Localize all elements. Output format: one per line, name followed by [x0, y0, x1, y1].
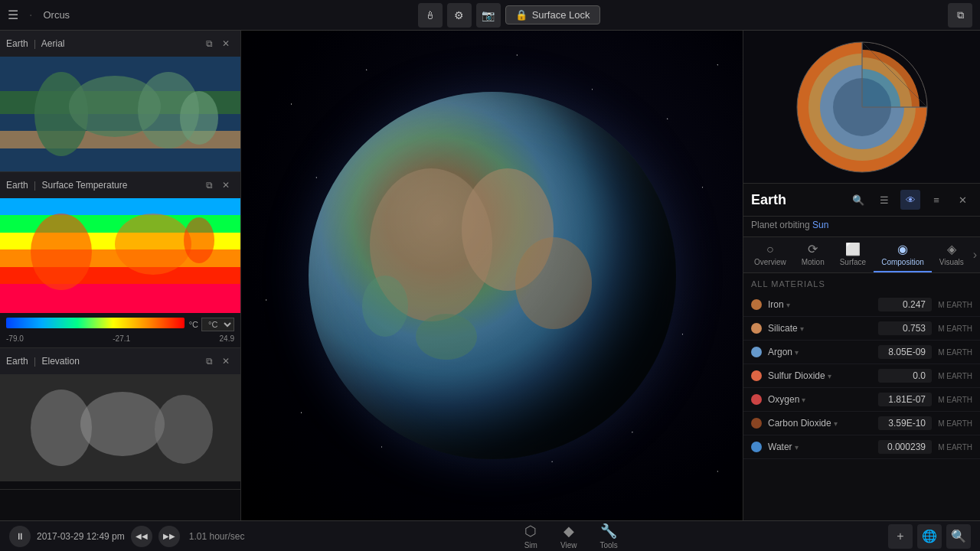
tab-visuals[interactable]: ◈ Visuals	[932, 237, 972, 272]
nav-tools[interactable]: 🔧 Tools	[599, 523, 617, 549]
material-dot	[751, 394, 762, 405]
rewind-button[interactable]: ◀◀	[131, 526, 152, 547]
aerial-map-image	[0, 57, 240, 171]
aerial-card-header: Earth | Aerial ⧉ ✕	[0, 31, 240, 57]
material-row: Sulfur Dioxide ▾ 0.0 M EARTH	[743, 364, 980, 388]
material-value: 0.000239	[878, 440, 932, 454]
planet-name: Earth	[751, 192, 842, 208]
temp-unit: °C °C°FK	[189, 318, 234, 331]
temp-map-image	[0, 198, 240, 313]
bookmark-btn[interactable]: ☰	[874, 190, 894, 210]
aerial-close-btn[interactable]: ✕	[217, 35, 234, 52]
material-chevron-icon[interactable]: ▾	[834, 419, 838, 428]
elevation-title: Earth | Elevation	[6, 356, 201, 367]
search-btn[interactable]: 🔍	[848, 190, 868, 210]
composition-icon: ◉	[897, 242, 908, 256]
torch-button[interactable]: 🕯	[418, 3, 443, 28]
bottom-nav: ⬡ Sim ◆ View 🔧 Tools	[253, 523, 888, 549]
material-name: Silicate ▾	[768, 323, 872, 334]
elevation-card: Earth | Elevation ⧉ ✕	[0, 348, 240, 490]
material-chevron-icon[interactable]: ▾	[828, 372, 831, 380]
menu-icon[interactable]: ☰	[8, 8, 18, 22]
tools-icon: 🔧	[600, 523, 617, 540]
temp-close-btn[interactable]: ✕	[217, 177, 234, 194]
orbit-info: Planet orbiting Sun	[743, 217, 980, 237]
layers-button[interactable]: ⧉	[948, 3, 972, 28]
bottom-bar: ⏸ 2017-03-29 12:49 pm ◀◀ ▶▶ 1.01 hour/se…	[0, 520, 980, 551]
eye-btn[interactable]: 👁	[900, 190, 920, 210]
elevation-layers-btn[interactable]: ⧉	[201, 353, 217, 370]
globe-button[interactable]: 🌐	[917, 524, 942, 549]
tab-more[interactable]: ›	[973, 248, 977, 262]
material-unit: M EARTH	[938, 372, 972, 380]
material-name: Oxygen ▾	[768, 394, 872, 405]
material-chevron-icon[interactable]: ▾	[802, 396, 805, 404]
material-chevron-icon[interactable]: ▾	[795, 348, 799, 357]
temp-legend: °C °C°FK -79.0 -27.1 24.9	[0, 313, 240, 347]
material-dot	[751, 370, 762, 381]
timestamp: 2017-03-29 12:49 pm	[37, 531, 125, 542]
add-button[interactable]: +	[888, 524, 913, 549]
visuals-icon: ◈	[947, 242, 956, 256]
temp-unit-select[interactable]: °C°FK	[201, 318, 234, 331]
playback-controls: ⏸ 2017-03-29 12:49 pm ◀◀ ▶▶ 1.01 hour/se…	[0, 526, 253, 547]
aerial-card: Earth | Aerial ⧉ ✕	[0, 31, 240, 172]
material-unit: M EARTH	[938, 348, 972, 357]
temp-layers-btn[interactable]: ⧉	[201, 177, 217, 194]
tab-composition[interactable]: ◉ Composition	[874, 237, 932, 272]
play-pause-button[interactable]: ⏸	[9, 526, 31, 547]
orbit-target-link[interactable]: Sun	[812, 220, 828, 230]
surface-lock-button[interactable]: 🔒 Surface Lock	[505, 5, 600, 24]
material-value: 0.753	[878, 321, 932, 335]
elevation-close-btn[interactable]: ✕	[217, 353, 234, 370]
space-background	[241, 31, 743, 520]
material-name: Carbon Dioxide ▾	[768, 418, 872, 429]
material-row: Water ▾ 0.000239 M EARTH	[743, 435, 980, 459]
material-unit: M EARTH	[938, 301, 972, 309]
aerial-card-title: Earth | Aerial	[6, 38, 201, 49]
settings-button[interactable]: ⚙	[447, 3, 472, 28]
material-unit: M EARTH	[938, 419, 972, 428]
forward-button[interactable]: ▶▶	[158, 526, 180, 547]
top-bar-left: ☰ · Orcus	[0, 8, 70, 22]
planet-diagram	[743, 31, 980, 184]
material-row: Iron ▾ 0.247 M EARTH	[743, 293, 980, 317]
surface-icon: ⬜	[845, 242, 861, 256]
right-panel: Earth 🔍 ☰ 👁 ≡ ✕ Planet orbiting Sun ○ Ov…	[743, 31, 980, 520]
surface-temp-card: Earth | Surface Temperature ⧉ ✕ °C °C°FK	[0, 172, 240, 348]
elevation-thumbnail	[0, 374, 240, 489]
top-bar: ☰ · Orcus 🕯 ⚙ 📷 🔒 Surface Lock ⧉	[0, 0, 980, 31]
elevation-header: Earth | Elevation ⧉ ✕	[0, 348, 240, 374]
search-bottom-button[interactable]: 🔍	[946, 524, 971, 549]
tab-overview[interactable]: ○ Overview	[746, 238, 794, 272]
temp-thumbnail	[0, 198, 240, 313]
tab-surface[interactable]: ⬜ Surface	[832, 237, 874, 272]
left-panel: Earth | Aerial ⧉ ✕ Earth | Surface Tempe…	[0, 31, 241, 520]
cutaway-svg	[793, 38, 931, 176]
material-unit: M EARTH	[938, 324, 972, 333]
aerial-layers-btn[interactable]: ⧉	[201, 35, 217, 52]
materials-list: Iron ▾ 0.247 M EARTH Silicate ▾ 0.753 M …	[743, 293, 980, 459]
list-btn[interactable]: ≡	[926, 190, 946, 210]
close-panel-btn[interactable]: ✕	[952, 190, 972, 210]
speed-value: 1.01 hour/sec	[189, 531, 245, 542]
view-icon: ◆	[564, 523, 574, 540]
section-header: ALL MATERIALS	[743, 273, 980, 293]
info-panel: Earth 🔍 ☰ 👁 ≡ ✕ Planet orbiting Sun ○ Ov…	[743, 184, 980, 520]
material-dot	[751, 442, 762, 452]
material-row: Oxygen ▾ 1.81E-07 M EARTH	[743, 388, 980, 412]
material-dot	[751, 347, 762, 357]
tab-motion[interactable]: ⟳ Motion	[794, 237, 832, 272]
info-header: Earth 🔍 ☰ 👁 ≡ ✕	[743, 184, 980, 217]
temp-gradient-bar	[6, 318, 185, 328]
app-title: Orcus	[43, 9, 70, 21]
material-chevron-icon[interactable]: ▾	[786, 301, 790, 309]
nav-sim[interactable]: ⬡ Sim	[524, 523, 537, 549]
nav-view[interactable]: ◆ View	[560, 523, 577, 549]
camera-button[interactable]: 📷	[476, 3, 501, 28]
material-chevron-icon[interactable]: ▾	[795, 443, 799, 452]
material-name: Water ▾	[768, 442, 872, 452]
temp-values: -79.0 -27.1 24.9	[6, 334, 234, 343]
material-unit: M EARTH	[938, 396, 972, 404]
material-chevron-icon[interactable]: ▾	[800, 324, 804, 333]
